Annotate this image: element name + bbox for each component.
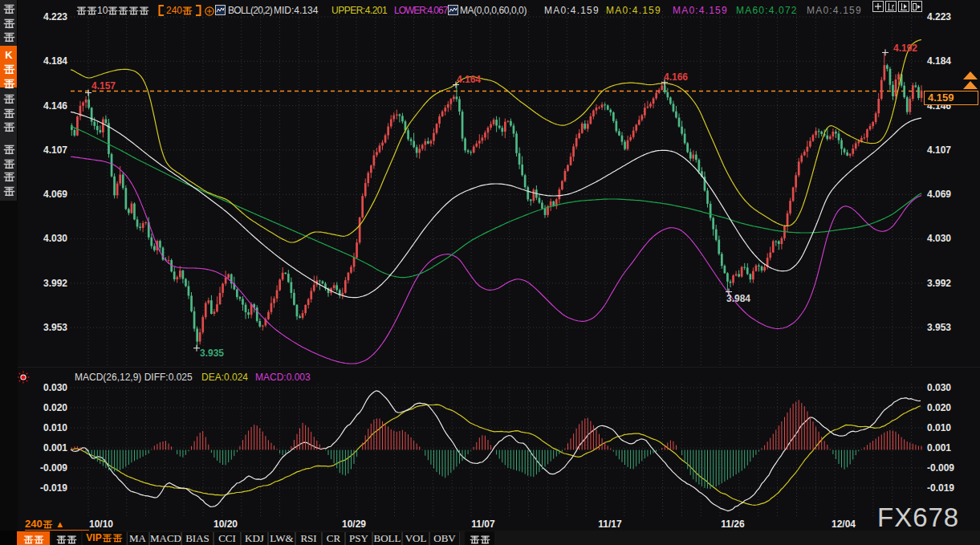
- svg-text:3.935: 3.935: [200, 348, 224, 359]
- svg-text:4.166: 4.166: [664, 71, 688, 83]
- svg-text:4.164: 4.164: [457, 74, 481, 85]
- svg-text:3.984: 3.984: [726, 293, 750, 304]
- svg-text:4.157: 4.157: [91, 80, 116, 92]
- svg-text:4.192: 4.192: [893, 43, 917, 54]
